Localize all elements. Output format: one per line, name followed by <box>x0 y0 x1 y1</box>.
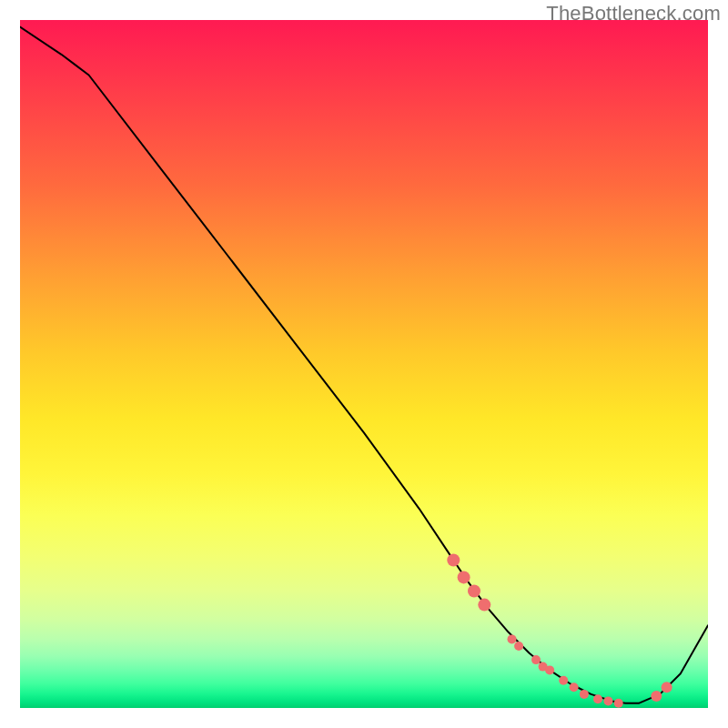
highlight-point <box>514 642 523 651</box>
highlight-point <box>468 585 480 598</box>
highlight-point <box>508 634 517 643</box>
plot-area <box>20 20 708 708</box>
highlight-point <box>580 690 589 699</box>
highlight-point <box>531 655 541 664</box>
highlight-point <box>614 699 623 708</box>
highlight-point <box>651 691 662 702</box>
highlight-point <box>447 554 460 567</box>
highlight-point <box>593 694 602 703</box>
highlight-point <box>662 682 672 693</box>
highlight-point <box>545 665 554 674</box>
chart-container: TheBottleneck.com <box>0 0 728 728</box>
highlight-point <box>570 682 579 692</box>
highlight-point <box>559 676 568 685</box>
curve-overlay <box>20 20 708 708</box>
bottleneck-curve <box>20 27 708 703</box>
highlight-point <box>603 696 612 705</box>
highlight-point <box>478 599 490 612</box>
highlight-point <box>458 571 470 583</box>
highlighted-points-group <box>447 554 672 708</box>
